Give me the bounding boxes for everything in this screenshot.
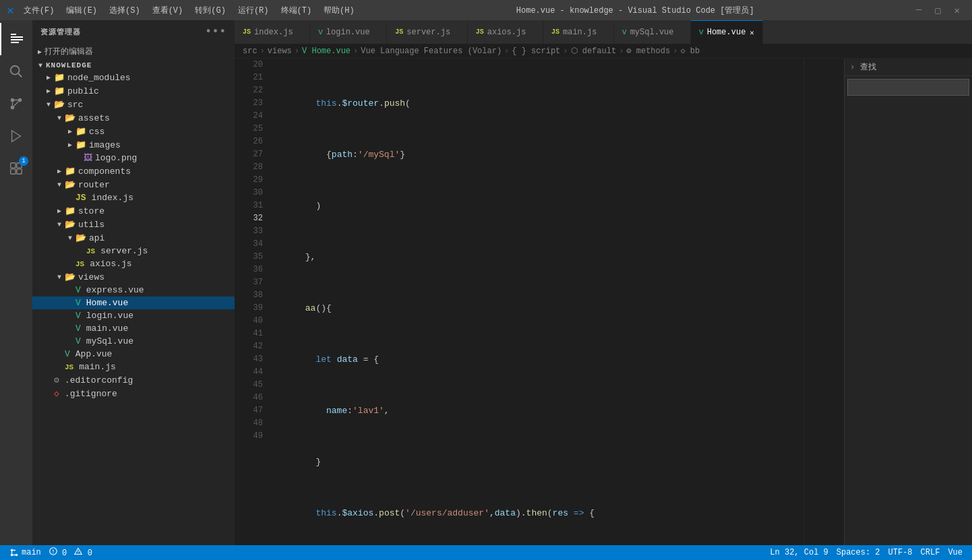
images-label: images xyxy=(89,140,121,150)
breadcrumb-volar[interactable]: Vue Language Features (Volar) xyxy=(361,46,502,56)
close-button[interactable]: ✕ xyxy=(949,5,965,16)
maximize-button[interactable]: ▢ xyxy=(930,5,946,16)
search-input-container[interactable] xyxy=(847,79,969,96)
minimap xyxy=(803,59,844,545)
tree-api[interactable]: ▼ 📂 api xyxy=(32,231,235,245)
menu-help[interactable]: 帮助(H) xyxy=(318,3,360,18)
tree-knowledge-root[interactable]: ▼ KNOWLEDGE xyxy=(32,60,235,71)
menu-terminal[interactable]: 终端(T) xyxy=(276,3,317,18)
tree-mysql-vue[interactable]: ▶ V mySql.vue xyxy=(32,335,235,348)
menu-run[interactable]: 运行(R) xyxy=(233,3,274,18)
status-branch[interactable]: main xyxy=(5,548,45,557)
ln-28: 28 xyxy=(235,161,263,174)
sep6: › xyxy=(619,46,624,56)
assets-label: assets xyxy=(78,113,110,123)
menu-file[interactable]: 文件(F) xyxy=(18,3,60,18)
breadcrumb-default[interactable]: ⬡ default xyxy=(571,46,617,56)
main-js-label: main.js xyxy=(79,362,116,372)
sidebar-more-button[interactable]: ••• xyxy=(205,26,226,38)
sidebar-header: 资源管理器 ••• xyxy=(32,20,235,43)
tree-app-vue[interactable]: ▶ V App.vue xyxy=(32,348,235,361)
tree-src[interactable]: ▼ 📂 src xyxy=(32,98,235,111)
tree-node-modules[interactable]: ▶ 📁 node_modules xyxy=(32,71,235,84)
tree-home-vue[interactable]: ▶ V Home.vue xyxy=(32,297,235,309)
sidebar: 资源管理器 ••• ▶ 打开的编辑器 ▼ KNOWLEDGE ▶ 📁 node_… xyxy=(32,20,235,545)
tree-main-vue[interactable]: ▶ V main.vue xyxy=(32,322,235,335)
breadcrumb-home-vue[interactable]: V︎ Home.vue xyxy=(302,46,351,56)
tab-main-js-label: main.js xyxy=(563,28,597,37)
tree-router-index[interactable]: ▶ JS index.js xyxy=(32,191,235,204)
status-language[interactable]: Vue xyxy=(944,548,967,557)
axios-js-icon: JS xyxy=(75,260,84,268)
sep5: › xyxy=(563,46,568,56)
tree-store[interactable]: ▶ 📁 store xyxy=(32,204,235,218)
svg-marker-9 xyxy=(12,131,21,142)
node-modules-arrow: ▶ xyxy=(43,73,54,82)
breadcrumb-src[interactable]: src xyxy=(243,46,257,56)
tree-css[interactable]: ▶ 📁 css xyxy=(32,125,235,138)
tree-utils[interactable]: ▼ 📂 utils xyxy=(32,218,235,231)
tree-axios-js[interactable]: ▶ JS axios.js xyxy=(32,257,235,270)
status-spaces[interactable]: Spaces: 2 xyxy=(832,548,884,557)
tree-editorconfig[interactable]: ▶ ⚙ .editorconfig xyxy=(32,373,235,387)
menu-goto[interactable]: 转到(G) xyxy=(189,3,231,18)
search-input[interactable] xyxy=(853,82,948,92)
minimize-button[interactable]: ─ xyxy=(911,5,927,16)
tree-components[interactable]: ▶ 📁 components xyxy=(32,164,235,178)
tab-home-vue[interactable]: V Home.vue ✕ xyxy=(691,20,763,44)
store-label: store xyxy=(78,206,104,216)
svg-point-15 xyxy=(16,554,18,557)
tree-main-js[interactable]: ▶ JS main.js xyxy=(32,361,235,373)
breadcrumb-bb[interactable]: ◇ bb xyxy=(680,46,700,56)
utils-folder-icon: 📂 xyxy=(65,219,75,230)
gitignore-label: .gitignore xyxy=(65,389,117,399)
server-js-label: server.js xyxy=(100,246,148,256)
tree-assets[interactable]: ▼ 📂 assets xyxy=(32,111,235,125)
tab-index-js[interactable]: JS index.js ✕ xyxy=(235,20,310,44)
open-editors-section[interactable]: ▶ 打开的编辑器 xyxy=(32,43,235,60)
api-label: api xyxy=(89,233,104,243)
window-controls: ─ ▢ ✕ xyxy=(911,5,965,16)
svg-rect-2 xyxy=(11,39,23,40)
tab-mysql-vue[interactable]: V mySql.vue ✕ xyxy=(614,20,691,44)
tab-login-vue[interactable]: V login.vue ✕ xyxy=(310,20,387,44)
status-line-col[interactable]: Ln 32, Col 9 xyxy=(766,548,832,557)
activity-debug[interactable] xyxy=(0,120,32,152)
breadcrumb-views[interactable]: views xyxy=(268,46,292,56)
menu-select[interactable]: 选择(S) xyxy=(104,3,146,18)
code-content[interactable]: this.$router.push( {path:'/mySql'} ) }, xyxy=(268,59,803,545)
tree-views[interactable]: ▼ 📂 views xyxy=(32,270,235,284)
sep1: › xyxy=(260,46,265,56)
status-line-ending[interactable]: CRLF xyxy=(917,548,944,557)
app-vue-label: App.vue xyxy=(75,349,113,359)
activity-search[interactable] xyxy=(0,55,32,88)
tree-gitignore[interactable]: ▶ ◇ .gitignore xyxy=(32,387,235,400)
tab-main-js[interactable]: JS main.js ✕ xyxy=(543,20,614,44)
tab-login-vue-icon: V xyxy=(318,28,323,36)
tab-axios-js[interactable]: JS axios.js ✕ xyxy=(468,20,543,44)
menu-edit[interactable]: 编辑(E) xyxy=(61,3,102,18)
code-editor[interactable]: 20 21 22 23 24 25 26 27 28 29 30 31 32 3… xyxy=(235,59,844,545)
activity-explorer[interactable] xyxy=(0,23,32,55)
tab-home-vue-close[interactable]: ✕ xyxy=(750,28,754,37)
tree-images[interactable]: ▶ 📁 images xyxy=(32,138,235,152)
activity-source-control[interactable] xyxy=(0,88,32,120)
menu-view[interactable]: 查看(V) xyxy=(147,3,189,18)
status-encoding[interactable]: UTF-8 xyxy=(884,548,917,557)
activity-extensions[interactable]: 1 xyxy=(0,152,32,185)
tree-router[interactable]: ▼ 📂 router xyxy=(32,178,235,191)
tree-server-js[interactable]: ▶ JS server.js xyxy=(32,245,235,257)
breadcrumb-methods[interactable]: ⚙ methods xyxy=(626,46,670,56)
status-errors[interactable]: 0 0 xyxy=(45,547,96,558)
ln-24: 24 xyxy=(235,110,263,123)
tab-server-js[interactable]: JS server.js ✕ xyxy=(387,20,467,44)
chevron-right-icon: › xyxy=(850,63,855,72)
tree-public[interactable]: ▶ 📁 public xyxy=(32,84,235,98)
breadcrumb-script[interactable]: { } script xyxy=(512,46,560,56)
src-label: src xyxy=(67,100,83,110)
tree-logo-png[interactable]: ▶ 🖼 logo.png xyxy=(32,152,235,164)
svg-point-6 xyxy=(11,106,15,110)
tree-express-vue[interactable]: ▶ V express.vue xyxy=(32,284,235,297)
tree-login-vue[interactable]: ▶ V login.vue xyxy=(32,309,235,322)
svg-point-19 xyxy=(53,553,53,553)
